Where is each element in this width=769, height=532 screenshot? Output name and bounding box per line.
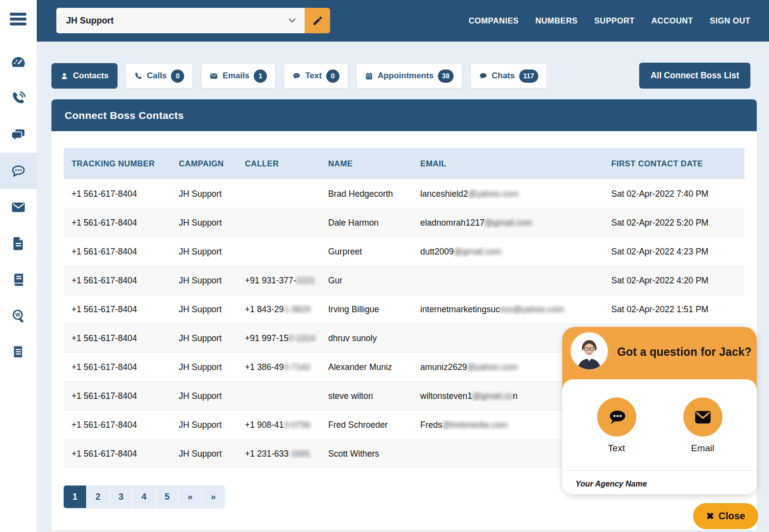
widget-email-button[interactable]: Email [683,397,722,454]
nav-support[interactable]: SUPPORT [594,16,635,25]
tab-label: Emails [222,71,249,81]
menu-icon[interactable] [10,13,26,27]
tracking-number-cell: +1 561-617-8404 [72,391,179,401]
connect-boss-app: W JH Support COMPANIES NUMBERS SUPPORT A… [0,0,769,532]
tab-emails[interactable]: Emails 1 [201,63,276,89]
panel-title: Connect Boss Contacts [51,99,757,131]
page-button-3[interactable]: 3 [110,486,133,508]
envelope-icon [210,72,218,80]
tab-count-badge: 1 [254,69,267,83]
sidebar-item-conversations[interactable] [0,116,37,153]
campaign-cell: JH Support [179,247,245,257]
email-cell: dutt2009@gmail.com [420,247,611,257]
tab-appointments[interactable]: Appointments 38 [356,63,462,89]
chat-widget-body: Text Email Your Agency Name [562,379,757,494]
tab-count-badge: 38 [438,69,454,83]
name-cell: steve wilton [328,391,420,401]
tracking-number-cell: +1 561-617-8404 [72,276,179,286]
table-row[interactable]: +1 561-617-8404 JH Support Dale Harmon e… [64,208,745,237]
page-button-4[interactable]: 4 [133,486,156,508]
column-header: NAME [328,159,420,168]
tracking-number-cell: +1 561-617-8404 [72,304,179,315]
nav-sign-out[interactable]: SIGN OUT [710,16,750,25]
edit-company-button[interactable] [305,8,330,33]
tab-label: Chats [492,71,515,81]
tab-contacts[interactable]: Contacts [51,63,118,89]
agency-name: Your Agency Name [576,480,647,488]
email-cell: internetmarketingsucess@yahoo.com [420,304,611,315]
column-header: FIRST CONTACT DATE [611,159,745,168]
top-nav: COMPANIES NUMBERS SUPPORT ACCOUNT SIGN O… [469,0,750,42]
sidebar-item-emails[interactable] [0,189,37,225]
chat-icon [479,72,487,80]
all-connect-boss-list-button[interactable]: All Connect Boss List [639,63,750,89]
tab-label: Contacts [73,71,109,81]
keyword-search-icon: W [10,308,26,324]
table-row[interactable]: +1 561-617-8404 JH Support Brad Hedgecor… [64,179,745,208]
caller-cell: +1 386-490-7142 [245,362,328,372]
caller-cell: +91 931-377-2221 [245,276,328,286]
page-button-2[interactable]: 2 [87,486,110,508]
sidebar-item-documents[interactable] [0,225,37,261]
table-row[interactable]: +1 561-617-8404 JH Support +91 931-377-2… [64,266,745,295]
campaign-cell: JH Support [179,362,245,372]
sidebar-item-keyword-search[interactable]: W [0,298,37,334]
widget-close-button[interactable]: ✖ Close [693,503,758,529]
page-button-1[interactable]: 1 [64,486,87,508]
tab-count-badge: 117 [519,69,538,83]
chat-widget: Got a question for Jack? Text Email Your… [562,327,757,494]
column-header: EMAIL [420,159,611,168]
calendar-icon [365,72,373,80]
name-cell: dhruv sunoly [328,333,420,344]
page-forward-button[interactable]: » [202,486,225,508]
name-cell: Fred Schroeder [328,420,420,430]
sidebar-item-dashboard[interactable] [0,44,37,80]
jack-photo-avatar [570,331,609,370]
sidebar-item-calls[interactable] [0,80,37,116]
dashboard-icon [10,54,26,70]
topbar: JH Support COMPANIES NUMBERS SUPPORT ACC… [37,0,769,42]
chat-widget-title: Got a question for Jack? [617,346,751,359]
tab-label: Text [305,71,322,81]
nav-numbers[interactable]: NUMBERS [535,16,577,25]
widget-divider [562,470,757,471]
table-row[interactable]: +1 561-617-8404 JH Support +1 843-291-38… [64,295,745,324]
tracking-number-cell: +1 561-617-8404 [72,449,179,459]
page-button-5[interactable]: 5 [156,486,179,508]
nav-companies[interactable]: COMPANIES [469,16,519,25]
tab-calls[interactable]: Calls 0 [125,63,193,89]
table-row[interactable]: +1 561-617-8404 JH Support Gurpreet dutt… [64,237,745,266]
pencil-icon [312,15,323,26]
tab-chats[interactable]: Chats 117 [470,63,547,89]
sidebar: W [0,0,37,532]
name-cell: Alexander Muniz [328,362,420,372]
sms-icon [10,163,26,179]
company-select[interactable]: JH Support [56,8,305,33]
email-icon [10,199,26,215]
sidebar-item-directory[interactable] [0,261,37,298]
caller-cell: +1 231-633-1691 [245,449,328,459]
widget-text-label: Text [608,443,625,454]
sidebar-item-text-messages[interactable] [0,153,37,189]
tracking-number-cell: +1 561-617-8404 [72,420,179,430]
widget-text-button[interactable]: Text [597,397,636,454]
conversations-icon [10,127,26,143]
table-header-row: TRACKING NUMBERCAMPAIGNCALLERNAMEEMAILFI… [64,148,745,179]
first-contact-date-cell: Sat 02-Apr-2022 1:51 PM [611,304,745,315]
page-forward-button[interactable]: » [179,486,202,508]
campaign-cell: JH Support [179,276,245,286]
sidebar-item-billing[interactable] [0,334,37,370]
email-cell: lanceshield2@yahoo.com [420,189,611,199]
nav-account[interactable]: ACCOUNT [651,16,693,25]
tab-label: Calls [147,71,167,81]
campaign-cell: JH Support [179,420,245,430]
phone-icon [134,72,143,80]
first-contact-date-cell: Sat 02-Apr-2022 4:23 PM [611,247,745,257]
tab-text[interactable]: Text 0 [284,63,348,89]
column-header: TRACKING NUMBER [72,159,179,168]
tracking-number-cell: +1 561-617-8404 [72,218,179,228]
comment-dots-icon [292,72,301,80]
name-cell: Gurpreet [328,247,420,257]
record-tabs: Contacts Calls 0 Emails 1 Text 0 Appoint… [51,63,547,89]
company-select-value: JH Support [66,16,114,26]
